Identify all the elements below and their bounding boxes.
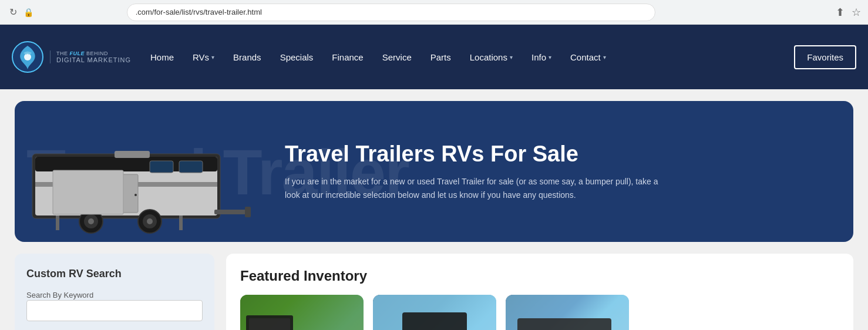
info-chevron-icon: ▾ <box>549 54 551 60</box>
svg-rect-19 <box>245 207 251 217</box>
card-image-1 <box>240 295 364 330</box>
share-icon[interactable]: ⬆ <box>836 6 845 19</box>
svg-point-14 <box>88 218 94 224</box>
hero-title: Travel Trailers RVs For Sale <box>285 142 830 167</box>
svg-rect-32 <box>402 312 467 330</box>
favorites-button[interactable]: Favorites <box>794 45 856 69</box>
browser-actions: ⬆ ☆ <box>836 6 861 19</box>
main-content: Featured Inventory <box>226 254 853 330</box>
locations-chevron-icon: ▾ <box>510 54 513 60</box>
logo-icon <box>12 41 44 73</box>
logo-text: THE fule BEHIND DIGITAL MARKETING <box>50 50 131 63</box>
sidebar: Custom RV Search Search By Keyword <box>15 254 214 330</box>
refresh-icon[interactable]: ↻ <box>7 6 19 18</box>
logo-brand: DIGITAL MARKETING <box>56 56 131 63</box>
inventory-card-3[interactable] <box>506 295 629 330</box>
inventory-card-1[interactable] <box>240 295 364 330</box>
sidebar-title: Custom RV Search <box>26 268 203 280</box>
svg-rect-7 <box>179 161 203 173</box>
svg-rect-22 <box>56 215 59 230</box>
svg-rect-24 <box>115 151 150 158</box>
svg-rect-25 <box>53 170 123 214</box>
nav-parts[interactable]: Parts <box>421 25 460 89</box>
nav-links: Home RVs ▾ Brands Specials Finance Servi… <box>141 25 788 89</box>
nav-home[interactable]: Home <box>141 25 183 89</box>
nav-locations[interactable]: Locations ▾ <box>460 25 522 89</box>
nav-service[interactable]: Service <box>373 25 421 89</box>
hero-description: If you are in the market for a new or us… <box>285 175 667 201</box>
logo-tagline: THE fule BEHIND <box>56 50 131 56</box>
contact-chevron-icon: ▾ <box>603 54 606 60</box>
svg-point-1 <box>24 53 31 60</box>
keyword-search-input[interactable] <box>26 300 203 321</box>
url-bar[interactable]: .com/for-sale/list/rvs/travel-trailer.ht… <box>127 4 655 21</box>
svg-rect-23 <box>179 215 183 230</box>
inventory-grid <box>240 295 839 330</box>
bookmark-icon[interactable]: ☆ <box>852 6 861 19</box>
featured-inventory-title: Featured Inventory <box>240 268 839 284</box>
inventory-card-2[interactable] <box>373 295 496 330</box>
lock-icon: 🔒 <box>23 8 33 17</box>
hero-content: Travel Trailers RVs For Sale If you are … <box>261 130 853 213</box>
card-image-3 <box>506 295 629 330</box>
content-area: Custom RV Search Search By Keyword Featu… <box>0 254 868 330</box>
nav-rvs[interactable]: RVs ▾ <box>183 25 224 89</box>
logo-area: THE fule BEHIND DIGITAL MARKETING <box>12 41 141 73</box>
svg-rect-29 <box>249 318 290 330</box>
card-image-2 <box>373 295 496 330</box>
nav-contact[interactable]: Contact ▾ <box>561 25 615 89</box>
nav-specials[interactable]: Specials <box>271 25 323 89</box>
nav-finance[interactable]: Finance <box>322 25 372 89</box>
svg-rect-35 <box>517 318 611 330</box>
nav-info[interactable]: Info ▾ <box>522 25 561 89</box>
browser-controls: ↻ 🔒 <box>7 6 33 18</box>
trailer-image: VIKING <box>15 107 261 236</box>
svg-point-17 <box>147 218 153 224</box>
svg-rect-18 <box>214 210 250 214</box>
keyword-label: Search By Keyword <box>26 291 93 299</box>
browser-chrome: ↻ 🔒 .com/for-sale/list/rvs/travel-traile… <box>0 0 868 25</box>
svg-rect-6 <box>150 161 173 173</box>
hero-banner: Travel Trailer <box>15 101 853 242</box>
rvs-chevron-icon: ▾ <box>211 54 214 60</box>
navbar: THE fule BEHIND DIGITAL MARKETING Home R… <box>0 25 868 89</box>
svg-point-11 <box>134 194 137 196</box>
nav-brands[interactable]: Brands <box>224 25 271 89</box>
